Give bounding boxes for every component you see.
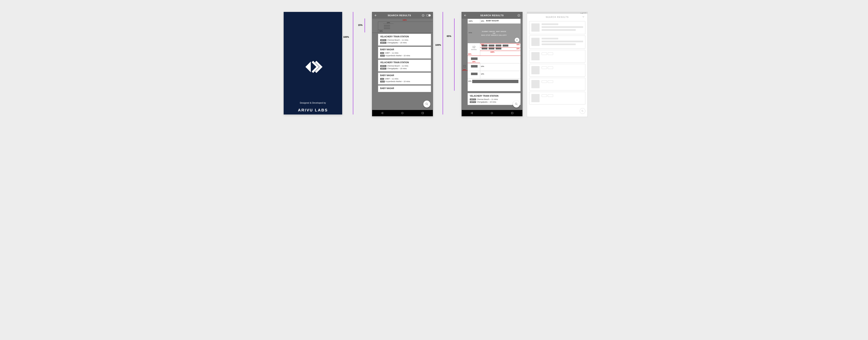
design-spec-canvas: Designed & Developed by ARIVU LABS 100% …	[274, 0, 594, 126]
result-card[interactable]: VELACHERY TRAIN STATIONMRTSChennai Beach…	[378, 60, 431, 72]
lofi-line	[541, 26, 583, 28]
info-icon[interactable]	[517, 14, 520, 17]
svg-rect-10	[519, 15, 519, 16]
app-bar-title-3: SEARCH RESULTS	[467, 14, 517, 16]
route-badge: 51A	[380, 81, 385, 82]
info-icon[interactable]	[422, 14, 425, 17]
route-text: Chennai Beach – 11 mins	[477, 98, 498, 100]
android-navbar	[372, 110, 433, 116]
lofi-card-list	[527, 21, 587, 104]
route-badge: 5A	[380, 78, 384, 80]
nav-recent-icon[interactable]	[511, 112, 514, 114]
filter-icon[interactable]	[582, 16, 585, 18]
svg-line-6	[427, 104, 428, 105]
nav-home-icon[interactable]	[491, 112, 493, 114]
lofi-chip	[548, 66, 553, 69]
status-bar: ▾ ▴ ▮ 12:00	[527, 12, 587, 14]
splash-title: ARIVU LABS	[284, 108, 342, 112]
svg-point-4	[429, 14, 431, 16]
lofi-lines	[541, 38, 583, 46]
result-card[interactable]: BABY NAGAR	[378, 86, 431, 92]
lofi-thumb	[531, 52, 539, 60]
lofi-chip	[541, 66, 547, 69]
spec3-26: 26%	[468, 32, 472, 34]
route-badge: MRTS	[470, 101, 476, 103]
route-text: Chennai Beach – 11 mins	[387, 39, 408, 41]
toggle-icon[interactable]	[426, 14, 431, 16]
lofi-lines	[541, 94, 583, 98]
placeholder-text-1: DUMMY IMAGE, MAP IMAGE	[482, 31, 506, 32]
route-text: Chengalpattu – 15 mins	[387, 42, 407, 44]
svg-point-20	[491, 112, 493, 114]
ruler-label-15: 15%	[358, 24, 363, 26]
svg-rect-21	[512, 112, 513, 114]
card-title: VELACHERY TRAIN STATION	[380, 35, 429, 38]
search-fab[interactable]	[423, 101, 430, 107]
android-navbar	[462, 110, 522, 116]
lofi-line	[541, 23, 558, 25]
route-row: MRTSChennai Beach – 11 mins	[380, 39, 429, 41]
route-text: Chengalpattu – 15 mins	[387, 68, 407, 70]
spec3-10top: 10%	[481, 20, 484, 22]
expanded-card-title: BABY NAGAR	[486, 20, 499, 22]
lofi-lines	[541, 66, 583, 70]
ruler-label-65: 65%	[447, 35, 451, 37]
lofi-card[interactable]	[529, 92, 585, 104]
spec-10: 10%	[387, 22, 390, 24]
chip	[503, 44, 508, 46]
result-card[interactable]: BABY NAGAR5ACMBT – 11 mins51AKoyambedu M…	[378, 46, 431, 59]
lofi-chip	[548, 80, 553, 83]
lofi-card[interactable]	[529, 50, 585, 63]
spec3-30: 30%	[468, 53, 471, 55]
svg-line-26	[583, 111, 584, 112]
wide-bar	[472, 80, 519, 83]
svg-point-17	[465, 67, 465, 68]
chip-row	[471, 58, 477, 60]
placeholder-text-2: OR	[493, 32, 495, 34]
back-icon[interactable]	[464, 14, 467, 17]
route-badge: MRTS	[380, 39, 386, 41]
add-icon[interactable]	[515, 38, 519, 42]
route-text: Chennai Beach – 11 mins	[387, 65, 408, 67]
nav-home-icon[interactable]	[401, 112, 404, 114]
nav-recent-icon[interactable]	[421, 112, 424, 114]
spec-18: 18%	[379, 30, 383, 32]
svg-point-5	[426, 103, 427, 105]
lofi-line	[541, 43, 576, 45]
result-card[interactable]: VELACHERY TRAIN STATIONMRTSChennai Beach…	[378, 34, 431, 46]
ruler-100-b	[443, 12, 443, 114]
lofi-chip	[541, 80, 547, 83]
placeholder-text-3: BUS STOP IMAGES GALLERY	[482, 34, 507, 36]
result-card[interactable]: BABY NAGAR5ACMBT – 11 mins51AKoyambedu M…	[378, 72, 431, 84]
svg-point-25	[582, 110, 583, 111]
wifi-icon: ▾ ▴ ▮	[580, 12, 583, 14]
lofi-chip	[548, 53, 553, 55]
back-icon[interactable]	[374, 14, 377, 17]
svg-rect-8	[422, 112, 424, 114]
lofi-header: SEARCH RESULTS	[527, 14, 587, 20]
lofi-card[interactable]	[529, 78, 585, 91]
route-badge: MRTS	[380, 42, 386, 44]
lofi-line	[541, 41, 583, 42]
services-label: Services	[468, 49, 480, 50]
chip-row	[471, 73, 477, 75]
lofi-title: SEARCH RESULTS	[527, 16, 587, 18]
lofi-card[interactable]	[529, 21, 585, 34]
splash-subtitle: Designed & Developed by	[284, 102, 342, 104]
app-bar-3: SEARCH RESULTS	[462, 12, 522, 19]
route-text: CMBT – 11 mins	[385, 52, 399, 54]
lofi-wireframe-screen: ▾ ▴ ▮ 12:00 SEARCH RESULTS	[527, 12, 588, 117]
search-fab[interactable]	[513, 101, 520, 107]
lofi-thumb	[531, 23, 539, 32]
lofi-search-fab[interactable]	[580, 108, 585, 114]
nav-back-icon[interactable]	[470, 112, 473, 114]
lofi-card[interactable]	[529, 64, 585, 76]
services-count: 12	[468, 45, 480, 49]
spec3-10b: 10%	[472, 61, 475, 63]
nav-back-icon[interactable]	[381, 112, 384, 114]
route-row: 51AKoyambedu Market – 15 mins	[380, 80, 429, 82]
lofi-thumb	[531, 38, 539, 46]
lofi-lines	[541, 52, 583, 56]
ruler-65	[454, 19, 455, 91]
lofi-card[interactable]	[529, 35, 585, 48]
